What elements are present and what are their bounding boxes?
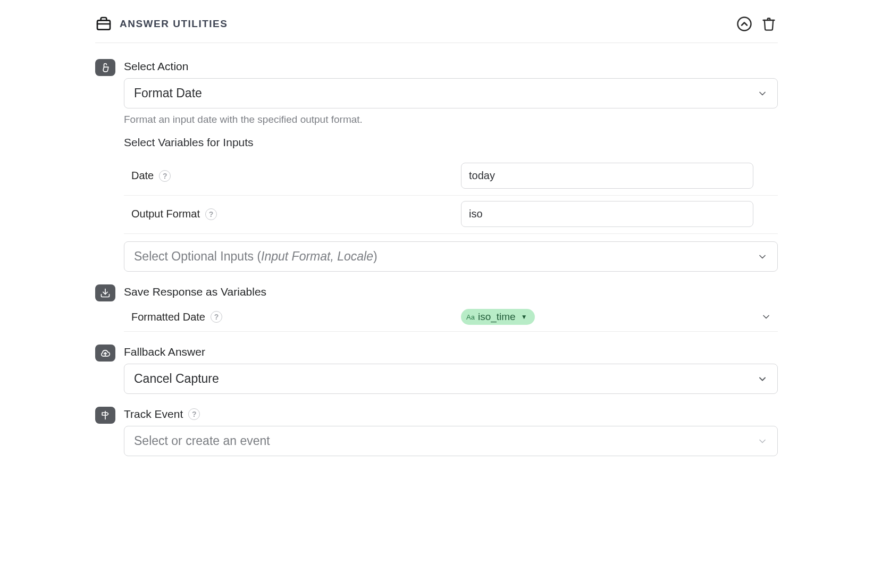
section-body: Save Response as Variables Formatted Dat…	[124, 284, 778, 345]
collapse-button[interactable]	[735, 15, 753, 33]
section-body: Select Action Format Date Format an inpu…	[124, 59, 778, 284]
fallback-select-value: Cancel Capture	[134, 372, 757, 386]
toolbox-icon	[95, 15, 112, 32]
track-event-label: Track Event	[124, 408, 183, 421]
svg-point-1	[738, 18, 751, 31]
formatted-date-label: Formatted Date ?	[131, 311, 456, 323]
track-event-placeholder: Select or create an event	[134, 434, 757, 448]
step-icon-col	[95, 345, 124, 362]
cloud-upload-icon	[95, 345, 115, 362]
input-row-date: Date ?	[124, 157, 778, 196]
inputs-heading: Select Variables for Inputs	[124, 136, 778, 149]
panel-title: ANSWER UTILITIES	[120, 18, 228, 30]
optional-inputs-text: Select Optional Inputs (Input Format, Lo…	[134, 249, 757, 264]
section-select-action: Select Action Format Date Format an inpu…	[95, 59, 778, 284]
step-icon-col	[95, 59, 124, 76]
section-body: Track Event ? Select or create an event	[124, 407, 778, 456]
help-icon[interactable]: ?	[211, 311, 222, 323]
chevron-down-icon	[757, 436, 768, 447]
input-row-output-format: Output Format ?	[124, 196, 778, 234]
help-icon[interactable]: ?	[159, 170, 171, 182]
svg-rect-0	[97, 20, 110, 29]
section-fallback: Fallback Answer Cancel Capture	[95, 345, 778, 407]
step-icon-col	[95, 407, 124, 424]
action-description: Format an input date with the specified …	[124, 114, 778, 125]
optional-inputs-select[interactable]: Select Optional Inputs (Input Format, Lo…	[124, 241, 778, 272]
save-row-formatted-date: Formatted Date ? Aa iso_time ▼	[124, 304, 778, 332]
track-event-label-row: Track Event ?	[124, 408, 778, 421]
chevron-down-icon	[757, 374, 768, 384]
section-track-event: Track Event ? Select or create an event	[95, 407, 778, 456]
chevron-down-icon	[757, 251, 768, 262]
date-input[interactable]	[461, 163, 753, 189]
action-select-value: Format Date	[134, 86, 757, 100]
type-indicator-icon: Aa	[466, 313, 475, 321]
tap-icon	[95, 59, 115, 76]
chevron-down-icon	[757, 88, 768, 99]
date-label: Date ?	[131, 170, 456, 182]
select-action-label: Select Action	[124, 60, 778, 73]
variable-chip[interactable]: Aa iso_time ▼	[461, 309, 535, 325]
action-select[interactable]: Format Date	[124, 78, 778, 108]
panel-header: ANSWER UTILITIES	[95, 11, 778, 43]
help-icon[interactable]: ?	[188, 408, 200, 420]
variable-chip-value: iso_time	[478, 311, 516, 323]
download-icon	[95, 284, 115, 301]
panel-header-left: ANSWER UTILITIES	[95, 15, 735, 32]
dropdown-caret-icon: ▼	[521, 313, 527, 321]
help-icon[interactable]: ?	[205, 208, 217, 220]
signpost-icon	[95, 407, 115, 424]
step-icon-col	[95, 284, 124, 301]
track-event-select[interactable]: Select or create an event	[124, 426, 778, 456]
panel-header-actions	[735, 15, 778, 33]
expand-row-chevron[interactable]	[761, 312, 778, 322]
fallback-label: Fallback Answer	[124, 346, 778, 358]
output-format-input[interactable]	[461, 201, 753, 227]
answer-utilities-panel: ANSWER UTILITIES	[85, 0, 788, 488]
fallback-select[interactable]: Cancel Capture	[124, 364, 778, 394]
panel-body: Select Action Format Date Format an inpu…	[95, 59, 778, 456]
save-response-label: Save Response as Variables	[124, 285, 778, 298]
section-body: Fallback Answer Cancel Capture	[124, 345, 778, 407]
delete-button[interactable]	[760, 15, 778, 33]
output-format-label: Output Format ?	[131, 208, 456, 220]
section-save-response: Save Response as Variables Formatted Dat…	[95, 284, 778, 345]
